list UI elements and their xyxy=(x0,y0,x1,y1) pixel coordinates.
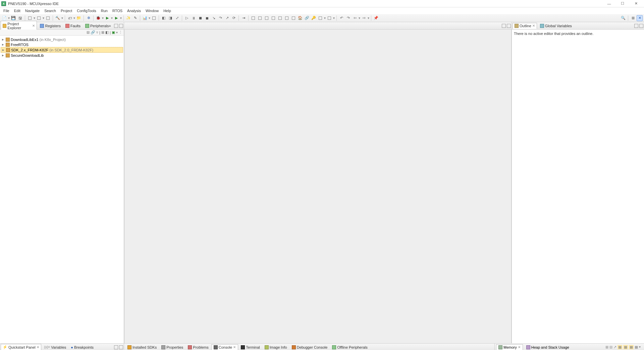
minimize-pane-icon[interactable] xyxy=(114,24,118,28)
close-button[interactable]: ✕ xyxy=(629,0,643,7)
close-tab-icon[interactable]: ✕ xyxy=(233,345,236,349)
tree-item[interactable]: ▸FreeRTOS xyxy=(1,42,123,47)
expand-icon[interactable]: ⤢ xyxy=(174,15,180,21)
tab-image-info[interactable]: Image Info xyxy=(263,345,289,350)
menu-help[interactable]: Help xyxy=(161,8,173,13)
hammer-icon[interactable]: 🔨 xyxy=(55,15,61,21)
new-icon[interactable]: 📄 xyxy=(1,15,7,21)
menu-window[interactable]: Window xyxy=(144,8,161,13)
disconnect-icon[interactable]: ⏹ xyxy=(204,15,210,21)
tree-item[interactable]: ▸SDK_2.x_FRDM-K82F (in SDK_2.0_FRDM-K82F… xyxy=(1,47,123,53)
mem-tool-icon-3[interactable]: ↗ xyxy=(613,345,616,349)
close-tab-icon[interactable]: ✕ xyxy=(532,24,535,28)
tab-offline-peripherals[interactable]: Offline Peripherals xyxy=(330,345,369,350)
perspective-icon[interactable]: ⊞ xyxy=(630,15,636,21)
pencil-icon[interactable]: ✎ xyxy=(132,15,138,21)
expand-icon[interactable]: ▸ xyxy=(1,53,5,57)
tab-debugger-console[interactable]: Debugger Console xyxy=(290,345,330,350)
menu-configtools[interactable]: ConfigTools xyxy=(75,8,98,13)
tool-icon-8[interactable] xyxy=(270,15,276,21)
mem-tool-icon-6[interactable]: ▦ xyxy=(629,345,634,349)
tab-faults[interactable]: Faults xyxy=(64,23,82,29)
tool-icon[interactable]: ◧ xyxy=(105,30,109,35)
undo-icon[interactable]: ↶ xyxy=(338,15,344,21)
maximize-pane-icon[interactable] xyxy=(119,24,123,28)
mem-tool-icon-5[interactable]: ▦ xyxy=(623,345,628,349)
tab-problems[interactable]: Problems xyxy=(186,345,210,350)
wand-icon[interactable]: ✨ xyxy=(125,15,131,21)
debug-icon[interactable]: 🐞 xyxy=(95,15,101,21)
back-icon[interactable]: ⇦ xyxy=(352,15,358,21)
toggle-icon[interactable]: ◧ xyxy=(161,15,167,21)
redo-icon[interactable]: ↷ xyxy=(345,15,351,21)
focus-icon[interactable]: ⊞ xyxy=(101,30,104,35)
expand-icon[interactable]: ▸ xyxy=(2,48,5,52)
maximize-editor-icon[interactable] xyxy=(507,24,511,28)
close-tab-icon[interactable]: ✕ xyxy=(518,345,521,349)
stepover-icon[interactable]: ↷ xyxy=(217,15,223,21)
search-toolbar-icon[interactable]: 🔍 xyxy=(620,15,626,21)
tab-project-explorer[interactable]: Project Explorer✕ xyxy=(1,21,37,31)
tab-quickstart[interactable]: ⚡Quickstart Panel✕ xyxy=(1,344,41,350)
tool-icon-9[interactable] xyxy=(277,15,283,21)
gear-icon[interactable]: ✲ xyxy=(86,15,92,21)
tab-heap-stack[interactable]: Heap and Stack Usage xyxy=(524,345,571,350)
collapse-all-icon[interactable]: ⊟ xyxy=(87,30,90,35)
mem-tool-icon[interactable]: ⊞ xyxy=(605,345,608,349)
toggle-icon-2[interactable]: ◨ xyxy=(167,15,173,21)
run-icon[interactable]: ▶ xyxy=(104,15,110,21)
fwd-icon[interactable]: ⇨ xyxy=(361,15,367,21)
saveall-icon[interactable]: 🖫 xyxy=(17,15,23,21)
tag-icon[interactable]: 🏷 xyxy=(67,15,73,21)
instr-step-icon[interactable]: ⇥ xyxy=(240,15,247,21)
menu-search[interactable]: Search xyxy=(42,8,58,13)
stepinto-icon[interactable]: ↘ xyxy=(211,15,217,21)
filter-icon[interactable]: ▿ xyxy=(96,30,98,35)
menu-navigate[interactable]: Navigate xyxy=(23,8,42,13)
tree-item[interactable]: ▸SecureDownloadLib xyxy=(1,53,123,58)
menu-icon[interactable]: ▣ xyxy=(112,30,115,35)
tool-icon-3[interactable] xyxy=(45,15,51,21)
tool-icon-2[interactable] xyxy=(36,15,42,21)
expand-icon[interactable]: ▸ xyxy=(1,37,5,42)
tool-icon-11[interactable] xyxy=(290,15,297,21)
tab-outline[interactable]: Outline✕ xyxy=(513,23,537,29)
restart-icon[interactable]: ⟳ xyxy=(231,15,237,21)
view-menu-icon[interactable]: ⋮ xyxy=(119,30,122,35)
tab-installed-sdks[interactable]: Installed SDKs xyxy=(125,345,159,350)
minimize-button[interactable]: — xyxy=(602,0,616,7)
key-icon[interactable]: 🔑 xyxy=(311,15,317,21)
menu-run[interactable]: Run xyxy=(99,8,110,13)
run-last-icon[interactable]: ▶ xyxy=(113,15,119,21)
minimize-pane-icon[interactable] xyxy=(114,345,118,349)
menu-edit[interactable]: Edit xyxy=(12,8,22,13)
mem-tool-icon-7[interactable]: ▦ xyxy=(635,345,638,349)
tab-variables[interactable]: (x)=Variables xyxy=(43,345,68,350)
maximize-pane-icon[interactable] xyxy=(639,24,643,28)
folder-icon[interactable]: 📁 xyxy=(76,15,82,21)
stop-icon[interactable]: ◼ xyxy=(197,15,203,21)
close-tab-icon[interactable]: ✕ xyxy=(37,345,39,349)
mem-tool-icon-2[interactable]: ⊟ xyxy=(609,345,612,349)
expand-icon[interactable]: ▸ xyxy=(1,42,5,47)
link-editor-icon[interactable]: 🔗 xyxy=(91,30,95,35)
pause-icon[interactable]: ⏸ xyxy=(191,15,197,21)
minimize-editor-icon[interactable] xyxy=(502,24,506,28)
tab-global-variables[interactable]: Global Variables xyxy=(538,23,574,29)
menu-file[interactable]: File xyxy=(1,8,11,13)
menu-analysis[interactable]: Analysis xyxy=(125,8,143,13)
dropdown-icon-2[interactable] xyxy=(326,15,332,21)
tool-icon-5[interactable] xyxy=(250,15,256,21)
dropdown-icon[interactable] xyxy=(317,15,323,21)
tab-console[interactable]: Console✕ xyxy=(211,344,238,350)
tool-icon[interactable] xyxy=(27,15,33,21)
menu-project[interactable]: Project xyxy=(59,8,74,13)
home-icon[interactable]: 🏠 xyxy=(297,15,303,21)
link-icon[interactable]: 🔗 xyxy=(304,15,310,21)
maximize-pane-icon[interactable] xyxy=(119,345,123,349)
tree-item[interactable]: ▸DownloadLibEx1 (in K8x_Project) xyxy=(1,37,123,42)
tool-icon-4[interactable] xyxy=(151,15,157,21)
menu-rtos[interactable]: RTOS xyxy=(110,8,124,13)
close-tab-icon[interactable]: ✕ xyxy=(32,24,35,28)
tab-terminal[interactable]: Terminal xyxy=(239,345,262,350)
